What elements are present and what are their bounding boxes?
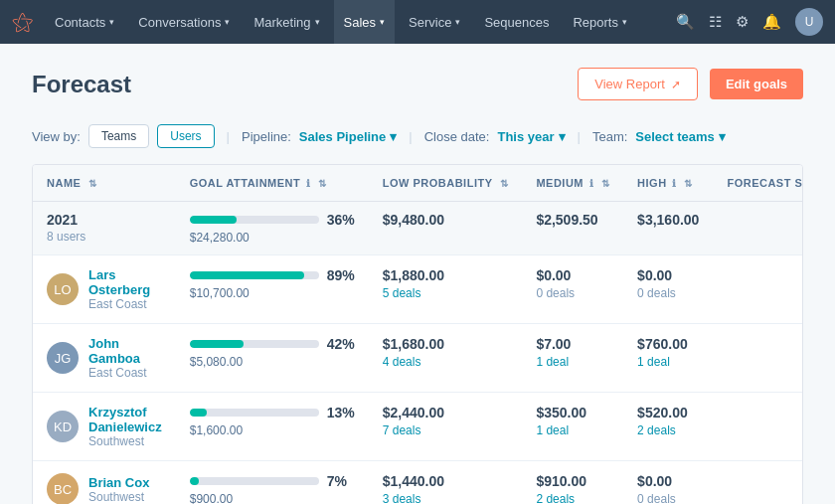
group-row: 2021 8 users 36% $24,280.00 $9,48 <box>33 202 803 255</box>
view-by-label: View by: <box>32 129 81 144</box>
user-name[interactable]: Brian Cox <box>88 475 149 490</box>
goal-amount: $10,700.00 <box>190 286 355 300</box>
medium-deals: 1 deal <box>536 355 609 369</box>
col-forecast: FORECAST SUBMISSION ⇅ <box>713 165 803 202</box>
group-goal-amount: $24,280.00 <box>190 231 355 245</box>
group-high: $3,160.00 <box>637 212 699 228</box>
col-medium: MEDIUM ℹ ⇅ <box>522 165 623 202</box>
goal-cell: 89% $10,700.00 <box>176 255 369 324</box>
low-deals: 4 deals <box>383 355 509 369</box>
nav-reports[interactable]: Reports ▾ <box>563 0 637 44</box>
filter-users-button[interactable]: Users <box>157 124 214 148</box>
high-deals: 0 deals <box>637 286 699 300</box>
goal-cell: 42% $5,080.00 <box>176 324 369 393</box>
sort-icon[interactable]: ⇅ <box>318 178 327 189</box>
chevron-down-icon: ▾ <box>109 17 114 27</box>
high-deals: 1 deal <box>637 355 699 369</box>
user-name[interactable]: Krzysztof Danielewicz <box>88 405 162 434</box>
pipeline-dropdown[interactable]: Sales Pipeline ▾ <box>299 129 397 144</box>
progress-bar-outer <box>190 477 319 485</box>
user-avatar[interactable]: U <box>795 8 823 36</box>
group-medium: $2,509.50 <box>536 212 609 228</box>
group-medium-cell: $2,509.50 <box>522 202 623 255</box>
bell-icon[interactable]: 🔔 <box>762 13 781 31</box>
nav-conversations[interactable]: Conversations ▾ <box>128 0 240 44</box>
progress-bar-inner <box>190 216 237 224</box>
nav-service[interactable]: Service ▾ <box>399 0 470 44</box>
forecast-cell: ✏ <box>713 461 803 505</box>
medium-deals: 0 deals <box>536 286 609 300</box>
high-deals: 2 deals <box>637 423 699 437</box>
nav-contacts[interactable]: Contacts ▾ <box>45 0 124 44</box>
goal-amount: $5,080.00 <box>190 355 355 369</box>
progress-bar-inner <box>190 477 199 485</box>
search-icon[interactable]: 🔍 <box>676 13 695 31</box>
goal-pct: 89% <box>327 267 355 283</box>
chevron-down-icon: ▾ <box>390 129 397 144</box>
progress-bar-outer <box>190 409 319 417</box>
goal-cell: 7% $900.00 <box>176 461 369 505</box>
nav-sequences[interactable]: Sequences <box>474 0 559 44</box>
forecast-cell: $6,800.00✏ <box>713 324 803 393</box>
group-progress: 36% <box>190 212 355 228</box>
forecast-table: NAME ⇅ GOAL ATTAINMENT ℹ ⇅ LOW PROBABILI… <box>32 164 803 504</box>
chevron-down-icon: ▾ <box>719 129 726 144</box>
hubspot-logo[interactable]: ⚝ <box>12 9 33 35</box>
goal-pct: 13% <box>327 405 355 420</box>
settings-icon[interactable]: ⚙ <box>736 13 749 31</box>
user-name-cell: LO Lars Osterberg East Coast <box>33 255 176 324</box>
close-date-dropdown[interactable]: This year ▾ <box>497 129 565 144</box>
page-title: Forecast <box>32 71 131 98</box>
low-value: $1,880.00 <box>383 267 509 283</box>
view-report-button[interactable]: View Report ➚ <box>578 68 698 100</box>
group-goal-cell: 36% $24,280.00 <box>176 202 369 255</box>
progress-bar-inner <box>190 340 245 348</box>
medium-value: $0.00 <box>536 267 609 283</box>
user-name[interactable]: Lars Osterberg <box>88 267 162 297</box>
high-value: $0.00 <box>637 267 699 283</box>
group-low-cell: $9,480.00 <box>369 202 523 255</box>
user-name-cell: BC Brian Cox Southwest <box>33 461 176 505</box>
chevron-down-icon: ▾ <box>315 17 320 27</box>
medium-cell: $350.00 1 deal <box>522 393 623 461</box>
close-date-label: Close date: <box>424 129 490 144</box>
col-name: NAME ⇅ <box>33 165 176 202</box>
medium-value: $350.00 <box>536 405 609 420</box>
col-goal: GOAL ATTAINMENT ℹ ⇅ <box>176 165 369 202</box>
col-low: LOW PROBABILITY ⇅ <box>369 165 523 202</box>
nav-sales[interactable]: Sales ▾ <box>334 0 396 44</box>
progress-bar-inner <box>190 271 305 279</box>
forecast-cell: $100.00✏ <box>713 393 803 461</box>
high-cell: $0.00 0 deals <box>623 255 713 324</box>
user-name-cell: JG John Gamboa East Coast <box>33 324 176 393</box>
sort-icon[interactable]: ⇅ <box>88 178 97 189</box>
filter-teams-button[interactable]: Teams <box>88 124 149 148</box>
col-high: HIGH ℹ ⇅ <box>623 165 713 202</box>
avatar: BC <box>47 473 79 504</box>
high-value: $520.00 <box>637 405 699 420</box>
low-value: $2,440.00 <box>383 405 509 420</box>
filters-bar: View by: Teams Users | Pipeline: Sales P… <box>32 124 803 148</box>
sort-icon[interactable]: ⇅ <box>601 178 610 189</box>
high-cell: $760.00 1 deal <box>623 324 713 393</box>
user-name[interactable]: John Gamboa <box>88 336 162 366</box>
progress-bar-outer <box>190 216 319 224</box>
progress-bar-outer <box>190 340 319 348</box>
medium-value: $7.00 <box>536 336 609 352</box>
edit-goals-button[interactable]: Edit goals <box>710 69 803 99</box>
external-link-icon: ➚ <box>671 78 681 91</box>
medium-deals: 1 deal <box>536 423 609 437</box>
sort-icon[interactable]: ⇅ <box>684 178 693 189</box>
goal-cell: 13% $1,600.00 <box>176 393 369 461</box>
table-row: KD Krzysztof Danielewicz Southwest 13% $… <box>33 393 803 461</box>
sort-icon[interactable]: ⇅ <box>500 178 509 189</box>
chevron-down-icon: ▾ <box>622 17 627 27</box>
low-value: $1,440.00 <box>383 473 509 489</box>
team-dropdown[interactable]: Select teams ▾ <box>635 129 726 144</box>
nav-marketing[interactable]: Marketing ▾ <box>244 0 329 44</box>
pipeline-label: Pipeline: <box>242 129 291 144</box>
team-label: Team: <box>592 129 627 144</box>
forecast-cell: $120.00✏ <box>713 255 803 324</box>
grid-icon[interactable]: ☷ <box>709 13 722 31</box>
low-deals: 5 deals <box>383 286 509 300</box>
